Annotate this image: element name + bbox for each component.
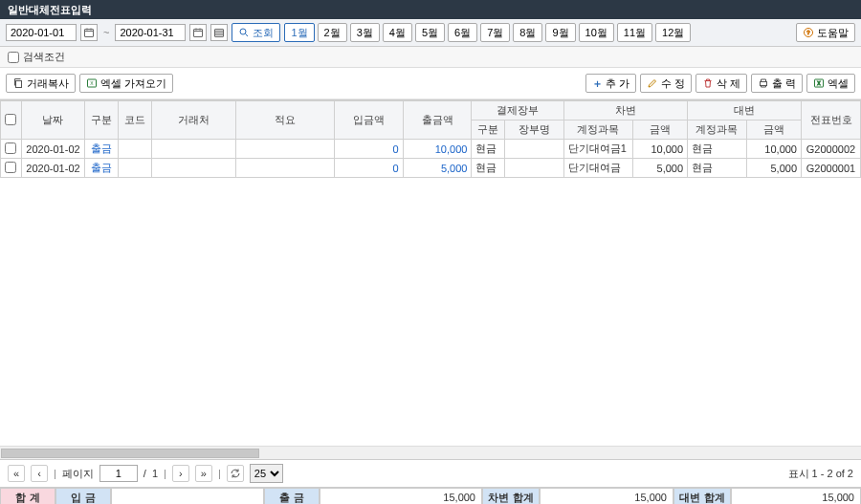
month-buttons: 1월2월3월4월5월6월7월8월9월10월11월12월 xyxy=(284,23,691,42)
summary-out-label: 출 금 xyxy=(264,488,320,504)
cell-code xyxy=(119,140,152,159)
cell-pay-book xyxy=(505,140,564,159)
summary-out-value: 15,000 xyxy=(320,488,482,504)
cell-debit-acct: 단기대여금1 xyxy=(563,140,632,159)
prev-page-button[interactable]: ‹ xyxy=(31,465,48,482)
date-to-input[interactable] xyxy=(115,24,186,41)
table-row[interactable]: 2020-01-02출금010,000현금단기대여금110,000현금10,00… xyxy=(1,140,861,159)
header-debit-amt: 금액 xyxy=(632,121,687,140)
select-all-checkbox[interactable] xyxy=(5,114,16,125)
search-button[interactable]: 조회 xyxy=(232,23,280,42)
cell-slipno: G2000002 xyxy=(802,140,861,159)
month-button-10[interactable]: 10월 xyxy=(579,23,614,42)
month-button-7[interactable]: 7월 xyxy=(480,23,510,42)
month-button-8[interactable]: 8월 xyxy=(513,23,542,42)
date-from-input[interactable] xyxy=(6,24,77,41)
scrollbar-thumb[interactable] xyxy=(1,449,259,458)
cell-out-amt: 10,000 xyxy=(403,140,472,159)
excel-import-button-label: 엑셀 가져오기 xyxy=(100,77,166,91)
cell-debit-acct: 단기대여금 xyxy=(563,159,632,178)
data-grid: 날짜 구분 코드 거래처 적요 입금액 출금액 결제장부 차변 대변 전표번호 … xyxy=(0,99,861,459)
page-size-select[interactable]: 25 xyxy=(250,464,283,483)
row-checkbox[interactable] xyxy=(5,142,16,154)
summary-in-label: 입 금 xyxy=(55,488,111,504)
month-button-3[interactable]: 3월 xyxy=(350,23,380,42)
header-in-amt: 입금액 xyxy=(334,101,403,140)
svg-rect-9 xyxy=(760,82,766,86)
help-button-label: 도움말 xyxy=(817,26,849,40)
row-checkbox[interactable] xyxy=(5,162,16,173)
header-debit-acct: 계정과목 xyxy=(563,121,632,140)
svg-rect-1 xyxy=(194,30,203,37)
first-page-button[interactable]: « xyxy=(8,465,25,482)
last-page-button[interactable]: » xyxy=(195,465,212,482)
add-button[interactable]: ＋추 가 xyxy=(585,74,636,93)
header-credit-acct: 계정과목 xyxy=(688,121,747,140)
month-button-2[interactable]: 2월 xyxy=(318,23,347,42)
copy-button[interactable]: 거래복사 xyxy=(6,74,76,93)
header-pay-type: 구분 xyxy=(472,121,505,140)
header-pay-book: 장부명 xyxy=(505,121,564,140)
cell-date: 2020-01-02 xyxy=(21,159,85,178)
svg-text:?: ? xyxy=(806,30,810,35)
header-code: 코드 xyxy=(119,101,152,140)
horizontal-scrollbar[interactable] xyxy=(0,446,861,459)
header-credit-amt: 금액 xyxy=(746,121,801,140)
copy-button-label: 거래복사 xyxy=(27,77,69,91)
header-type: 구분 xyxy=(85,101,119,140)
month-button-6[interactable]: 6월 xyxy=(448,23,477,42)
page-total: 1 xyxy=(152,468,158,479)
month-button-1[interactable]: 1월 xyxy=(284,23,314,42)
excel-button[interactable]: X엑셀 xyxy=(806,74,855,93)
cell-debit-amt: 10,000 xyxy=(632,140,687,159)
cell-credit-amt: 10,000 xyxy=(746,140,801,159)
calendar-to-icon[interactable] xyxy=(189,24,207,41)
delete-button[interactable]: 삭 제 xyxy=(695,74,747,93)
delete-button-label: 삭 제 xyxy=(717,77,740,91)
month-button-9[interactable]: 9월 xyxy=(545,23,575,42)
header-out-amt: 출금액 xyxy=(403,101,472,140)
print-button-label: 출 력 xyxy=(772,77,796,91)
cell-debit-amt: 5,000 xyxy=(632,159,687,178)
cell-credit-acct: 현금 xyxy=(688,140,747,159)
excel-import-button[interactable]: X엑셀 가져오기 xyxy=(79,74,173,93)
cell-slipno: G2000001 xyxy=(802,159,861,178)
month-button-4[interactable]: 4월 xyxy=(383,23,412,42)
summary-credit-value: 15,000 xyxy=(731,488,861,504)
svg-rect-0 xyxy=(85,30,94,37)
summary-debit-label: 차변 합계 xyxy=(482,488,540,504)
filter-toolbar: ~ 조회 1월2월3월4월5월6월7월8월9월10월11월12월 ?도움말 xyxy=(0,19,861,47)
header-slipno: 전표번호 xyxy=(802,101,861,140)
search-button-label: 조회 xyxy=(253,26,274,40)
refresh-button[interactable] xyxy=(227,465,244,482)
next-page-button[interactable]: › xyxy=(172,465,189,482)
edit-button-label: 수 정 xyxy=(661,77,685,91)
month-button-5[interactable]: 5월 xyxy=(415,23,445,42)
page-input[interactable] xyxy=(99,465,138,482)
condition-row: 검색조건 xyxy=(0,47,861,68)
header-date: 날짜 xyxy=(21,101,85,140)
header-vendor: 거래처 xyxy=(152,101,236,140)
month-button-11[interactable]: 11월 xyxy=(617,23,652,42)
page-slash: / xyxy=(144,468,146,479)
month-button-12[interactable]: 12월 xyxy=(655,23,691,42)
condition-checkbox[interactable] xyxy=(8,52,19,63)
date-tilde: ~ xyxy=(103,27,109,38)
add-button-label: 추 가 xyxy=(606,77,629,91)
cell-desc xyxy=(236,140,335,159)
edit-button[interactable]: 수 정 xyxy=(640,74,692,93)
cell-type[interactable]: 출금 xyxy=(85,140,119,159)
cell-in-amt: 0 xyxy=(334,159,403,178)
cell-out-amt: 5,000 xyxy=(403,159,472,178)
summary-in-value xyxy=(111,488,264,504)
table-row[interactable]: 2020-01-02출금05,000현금단기대여금5,000현금5,000G20… xyxy=(1,159,861,178)
help-button[interactable]: ?도움말 xyxy=(796,23,855,42)
date-range-icon[interactable] xyxy=(210,24,228,41)
print-button[interactable]: 출 력 xyxy=(751,74,803,93)
cell-pay-type: 현금 xyxy=(472,159,505,178)
svg-rect-6 xyxy=(16,81,22,88)
cell-type[interactable]: 출금 xyxy=(85,159,119,178)
cell-credit-amt: 5,000 xyxy=(746,159,801,178)
header-credit-group: 대변 xyxy=(688,101,802,121)
calendar-from-icon[interactable] xyxy=(80,24,98,41)
